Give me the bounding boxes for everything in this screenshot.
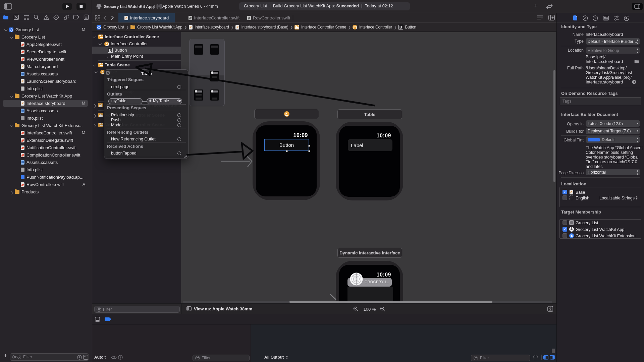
svg-text:?: ?: [594, 16, 596, 20]
